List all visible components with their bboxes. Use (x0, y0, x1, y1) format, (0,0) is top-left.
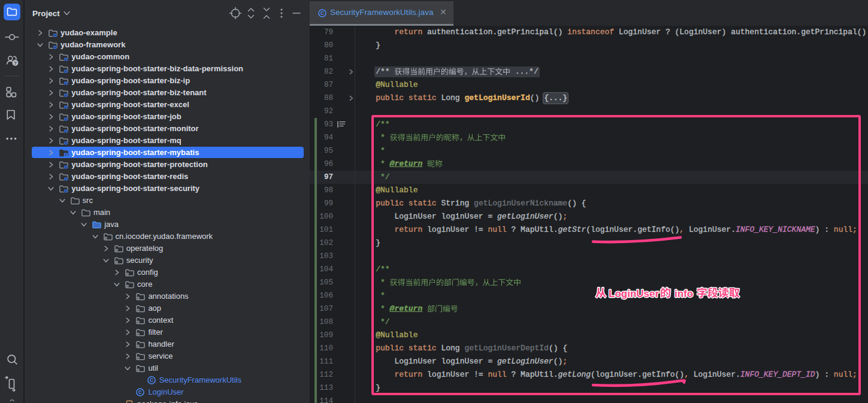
svg-text:info: info (675, 288, 693, 299)
svg-text:LoginUser: LoginUser (609, 288, 659, 299)
